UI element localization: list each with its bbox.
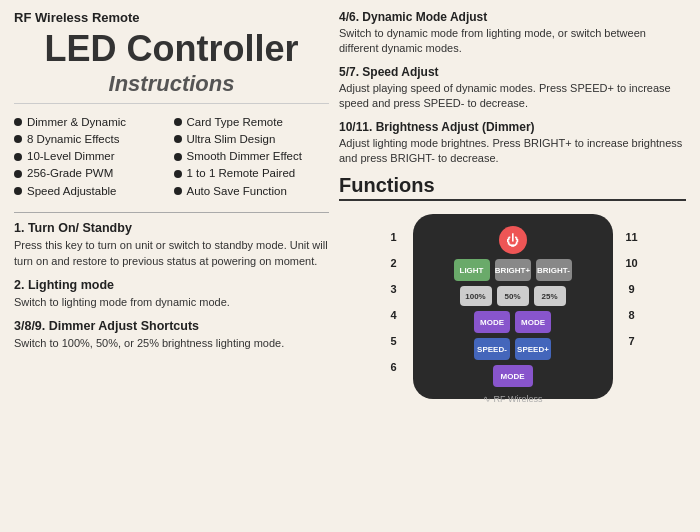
num-label-5: 5 — [387, 335, 401, 347]
feature-item: Card Type Remote — [174, 114, 330, 131]
bullet-icon — [14, 153, 22, 161]
features-grid: Dimmer & Dynamic 8 Dynamic Effects 10-Le… — [14, 114, 329, 200]
num-label-4: 4 — [387, 309, 401, 321]
instruction-3: 3/8/9. Dimmer Adjust Shortcuts Switch to… — [14, 319, 329, 352]
remote-area: 1 2 3 4 5 6 11 10 9 8 7 ⏻ — [339, 209, 686, 522]
feature-label: 10-Level Dimmer — [27, 148, 115, 165]
right-section-1: 4/6. Dynamic Mode Adjust Switch to dynam… — [339, 10, 686, 57]
num-label-7: 7 — [625, 335, 639, 347]
remote-row-1: ⏻ — [423, 226, 603, 254]
bright-minus-button[interactable]: BRIGHT- — [536, 259, 572, 281]
feature-label: 1 to 1 Remote Paired — [187, 165, 296, 182]
remote-footer: ∿ RF Wireless — [483, 394, 543, 404]
num-label-11: 11 — [625, 231, 639, 243]
remote-row-6: MODE — [423, 365, 603, 387]
feature-item: Smooth Dimmer Effect — [174, 148, 330, 165]
mode-button-3[interactable]: MODE — [493, 365, 533, 387]
bullet-icon — [14, 135, 22, 143]
num-label-10: 10 — [625, 257, 639, 269]
mode-button-2[interactable]: MODE — [515, 311, 551, 333]
feature-label: Smooth Dimmer Effect — [187, 148, 302, 165]
num-label-9: 9 — [625, 283, 639, 295]
right-section-title: 4/6. Dynamic Mode Adjust — [339, 10, 686, 24]
right-section-title: 10/11. Brightness Adjust (Dimmer) — [339, 120, 686, 134]
num-label-1: 1 — [387, 231, 401, 243]
features-col2: Card Type Remote Ultra Slim Design Smoot… — [174, 114, 330, 200]
percent-50-button[interactable]: 50% — [497, 286, 529, 306]
instruction-body: Press this key to turn on unit or switch… — [14, 238, 329, 270]
right-section-2: 5/7. Speed Adjust Adjust playing speed o… — [339, 65, 686, 112]
percent-25-button[interactable]: 25% — [534, 286, 566, 306]
instruction-title: 3/8/9. Dimmer Adjust Shortcuts — [14, 319, 329, 333]
brand-title: RF Wireless Remote — [14, 10, 329, 25]
right-column: 4/6. Dynamic Mode Adjust Switch to dynam… — [339, 10, 686, 522]
feature-label: Auto Save Function — [187, 183, 287, 200]
light-button[interactable]: LIGHT — [454, 259, 490, 281]
feature-label: Speed Adjustable — [27, 183, 117, 200]
feature-label: Dimmer & Dynamic — [27, 114, 126, 131]
remote-row-5: SPEED- SPEED+ — [423, 338, 603, 360]
bullet-icon — [174, 170, 182, 178]
feature-item: Dimmer & Dynamic — [14, 114, 170, 131]
feature-item: 1 to 1 Remote Paired — [174, 165, 330, 182]
instruction-title: 1. Turn On/ Standby — [14, 221, 329, 235]
percent-100-button[interactable]: 100% — [460, 286, 492, 306]
feature-item: 8 Dynamic Effects — [14, 131, 170, 148]
bullet-icon — [14, 118, 22, 126]
bullet-icon — [174, 118, 182, 126]
num-label-8: 8 — [625, 309, 639, 321]
feature-label: 8 Dynamic Effects — [27, 131, 119, 148]
power-button[interactable]: ⏻ — [499, 226, 527, 254]
right-section-body: Adjust lighting mode brightnes. Press BR… — [339, 136, 686, 167]
feature-item: Speed Adjustable — [14, 183, 170, 200]
instruction-body: Switch to 100%, 50%, or 25% brightness l… — [14, 336, 329, 352]
instruction-1: 1. Turn On/ Standby Press this key to tu… — [14, 221, 329, 270]
wifi-icon: ∿ — [483, 394, 491, 404]
led-title: LED Controller — [14, 29, 329, 69]
feature-label: Card Type Remote — [187, 114, 283, 131]
right-section-title: 5/7. Speed Adjust — [339, 65, 686, 79]
feature-item: Ultra Slim Design — [174, 131, 330, 148]
functions-heading: Functions — [339, 174, 686, 201]
speed-plus-button[interactable]: SPEED+ — [515, 338, 551, 360]
feature-item: Auto Save Function — [174, 183, 330, 200]
num-label-2: 2 — [387, 257, 401, 269]
features-col1: Dimmer & Dynamic 8 Dynamic Effects 10-Le… — [14, 114, 170, 200]
remote-body: ⏻ LIGHT BRIGHT+ BRIGHT- 100% 50% 25% — [413, 214, 613, 399]
rf-label: RF Wireless — [494, 394, 543, 404]
instruction-2: 2. Lighting mode Switch to lighting mode… — [14, 278, 329, 311]
num-label-6: 6 — [387, 361, 401, 373]
bullet-icon — [174, 135, 182, 143]
remote-row-3: 100% 50% 25% — [423, 286, 603, 306]
remote-row-2: LIGHT BRIGHT+ BRIGHT- — [423, 259, 603, 281]
num-label-3: 3 — [387, 283, 401, 295]
mode-button-1[interactable]: MODE — [474, 311, 510, 333]
instruction-body: Switch to lighting mode from dynamic mod… — [14, 295, 329, 311]
feature-label: Ultra Slim Design — [187, 131, 276, 148]
bullet-icon — [14, 187, 22, 195]
instructions-subtitle: Instructions — [14, 71, 329, 104]
feature-item: 256-Grade PWM — [14, 165, 170, 182]
speed-minus-button[interactable]: SPEED- — [474, 338, 510, 360]
remote-container: 1 2 3 4 5 6 11 10 9 8 7 ⏻ — [383, 209, 643, 419]
bullet-icon — [14, 170, 22, 178]
right-section-body: Switch to dynamic mode from lighting mod… — [339, 26, 686, 57]
left-column: RF Wireless Remote LED Controller Instru… — [14, 10, 329, 522]
right-section-3: 10/11. Brightness Adjust (Dimmer) Adjust… — [339, 120, 686, 167]
bullet-icon — [174, 153, 182, 161]
divider — [14, 212, 329, 213]
feature-item: 10-Level Dimmer — [14, 148, 170, 165]
bullet-icon — [174, 187, 182, 195]
remote-row-4: MODE MODE — [423, 311, 603, 333]
page: RF Wireless Remote LED Controller Instru… — [0, 0, 700, 532]
bright-plus-button[interactable]: BRIGHT+ — [495, 259, 531, 281]
feature-label: 256-Grade PWM — [27, 165, 113, 182]
instruction-title: 2. Lighting mode — [14, 278, 329, 292]
right-section-body: Adjust playing speed of dynamic modes. P… — [339, 81, 686, 112]
